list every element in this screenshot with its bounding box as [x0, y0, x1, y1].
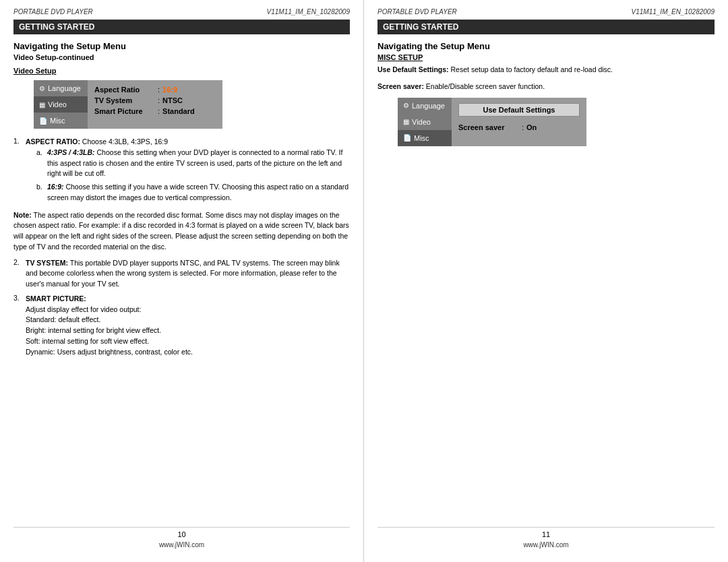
sub-b-text: Choose this setting if you have a wide s… — [47, 183, 348, 201]
sub-a-letter: a. — [36, 148, 47, 179]
menu-item-video-label-10: Video — [48, 100, 67, 108]
getting-started-bar-11: GETTING STARTED — [377, 20, 715, 34]
item-1-text: Choose 4:3LB, 4:3PS, 16:9 — [82, 137, 168, 146]
pages-container: PORTABLE DVD PLAYER V11M11_IM_EN_1028200… — [0, 0, 728, 562]
menu-panel-row-smart: Smart Picture : Standard — [94, 107, 216, 115]
divider-10 — [13, 527, 350, 528]
item-3-sub1: Adjust display effect for video output: — [26, 305, 350, 315]
item-2-num: 2. — [13, 258, 26, 290]
tv-system-sep: : — [158, 96, 160, 104]
getting-started-bar-10: GETTING STARTED — [13, 20, 350, 34]
screen-saver-menu-label: Screen saver — [458, 123, 519, 131]
menu-item-video-10[interactable]: ▦ Video — [34, 96, 88, 113]
menu-item-language-11[interactable]: ⚙ Language — [398, 98, 452, 114]
menu-item-video-label-11: Video — [412, 118, 431, 126]
item-1-bold: ASPECT RATIO: — [26, 137, 80, 146]
page-11-header-right: V11M11_IM_EN_10282009 — [632, 8, 715, 15]
page-11-website: www.jWIN.com — [523, 541, 568, 549]
video-icon-11: ▦ — [403, 118, 409, 125]
numbered-item-1: 1. ASPECT RATIO: Choose 4:3LB, 4:3PS, 16… — [13, 137, 350, 206]
page-10-header: PORTABLE DVD PLAYER V11M11_IM_EN_1028200… — [13, 8, 350, 15]
page-11: PORTABLE DVD PLAYER V11M11_IM_EN_1028200… — [364, 0, 728, 562]
aspect-ratio-label: Aspect Ratio — [94, 86, 155, 94]
item-2-text: This portable DVD player supports NTSC, … — [26, 259, 340, 288]
page-10-header-right: V11M11_IM_EN_10282009 — [267, 8, 350, 15]
item-3-num: 3. — [13, 294, 26, 358]
menu-sidebar-10: ⚙ Language ▦ Video 📄 Misc — [34, 80, 88, 129]
menu-item-misc-11[interactable]: 📄 Misc — [398, 130, 452, 146]
menu-panel-row-tv: TV System : NTSC — [94, 96, 216, 104]
section-subtitle-10: Video Setup-continued — [13, 53, 350, 61]
screen-saver-bold: Screen saver: — [377, 82, 424, 90]
section-title-11: Navigating the Setup Menu — [377, 41, 715, 51]
menu-panel-10: Aspect Ratio : 16:9 TV System : NTSC Sma… — [88, 80, 222, 129]
menu-item-video-11[interactable]: ▦ Video — [398, 114, 452, 130]
menu-item-misc-label-11: Misc — [414, 134, 429, 142]
screen-saver-menu-value: On — [526, 123, 537, 131]
aspect-ratio-sep: : — [158, 86, 160, 94]
numbered-item-2: 2. TV SYSTEM: This portable DVD player s… — [13, 258, 350, 290]
video-icon-10: ▦ — [39, 101, 45, 108]
menu-item-misc-10[interactable]: 📄 Misc — [34, 113, 88, 129]
sub-item-a: a. 4:3PS / 4:3LB: Choose this setting wh… — [36, 148, 350, 179]
menu-item-language-label-11: Language — [412, 102, 445, 110]
tv-system-label: TV System — [94, 96, 155, 104]
aspect-ratio-value: 16:9 — [162, 86, 177, 94]
note-bold: Note: — [13, 211, 32, 219]
sub-b-content: 16:9: Choose this setting if you have a … — [47, 182, 350, 204]
sub-b-bold: 16:9: — [47, 183, 64, 191]
page-11-number: 11 — [542, 530, 550, 538]
item-3-bold: SMART PICTURE: — [26, 294, 86, 303]
page-11-footer: 11 www.jWIN.com — [377, 522, 715, 549]
sub-a-bold: 4:3PS / 4:3LB: — [47, 148, 95, 156]
menu-sidebar-11: ⚙ Language ▦ Video 📄 Misc — [398, 98, 452, 146]
item-3-sub4: Soft: internal setting for soft view eff… — [26, 336, 350, 347]
use-default-btn[interactable]: Use Default Settings — [458, 103, 580, 117]
item-3-sub2: Standard: default effect. — [26, 315, 350, 325]
use-default-text: Reset setup data to factory default and … — [451, 65, 613, 73]
screen-saver-text: Enable/Disable screen saver function. — [426, 82, 545, 90]
page-11-header-left: PORTABLE DVD PLAYER — [377, 8, 457, 15]
page-10: PORTABLE DVD PLAYER V11M11_IM_EN_1028200… — [0, 0, 364, 562]
page-10-header-left: PORTABLE DVD PLAYER — [13, 8, 93, 15]
smart-picture-label: Smart Picture — [94, 107, 155, 115]
menu-container-10: ⚙ Language ▦ Video 📄 Misc Aspect Ratio :… — [34, 80, 350, 129]
sub-a-content: 4:3PS / 4:3LB: Choose this setting when … — [47, 148, 350, 179]
page-10-footer: 10 www.jWIN.com — [13, 522, 350, 549]
misc-desc-use-default: Use Default Settings: Reset setup data t… — [377, 64, 715, 75]
item-2-bold: TV SYSTEM: — [26, 259, 68, 267]
misc-icon-10: 📄 — [39, 117, 47, 125]
sub-b-letter: b. — [36, 182, 47, 204]
language-icon-11: ⚙ — [403, 102, 409, 109]
menu-panel-row-aspect: Aspect Ratio : 16:9 — [94, 86, 216, 94]
page-10-website: www.jWIN.com — [159, 541, 204, 549]
language-icon-10: ⚙ — [39, 85, 45, 92]
page-10-number: 10 — [177, 530, 185, 538]
menu-container-11: ⚙ Language ▦ Video 📄 Misc Use Default Se… — [398, 98, 715, 146]
smart-picture-value: Standard — [162, 107, 195, 115]
item-1-content: ASPECT RATIO: Choose 4:3LB, 4:3PS, 16:9 … — [26, 137, 350, 206]
item-3-sub5: Dynamic: Users adjust brightness, contra… — [26, 347, 350, 358]
screen-saver-row: Screen saver : On — [458, 123, 580, 131]
tv-system-value: NTSC — [162, 96, 183, 104]
menu-item-misc-label-10: Misc — [50, 117, 65, 125]
page-11-header: PORTABLE DVD PLAYER V11M11_IM_EN_1028200… — [377, 8, 715, 15]
use-default-bold: Use Default Settings: — [377, 65, 449, 73]
smart-picture-sep: : — [158, 107, 160, 115]
divider-11 — [377, 527, 715, 528]
numbered-item-3: 3. SMART PICTURE: Adjust display effect … — [13, 294, 350, 358]
note-content: The aspect ratio depends on the recorded… — [13, 211, 349, 251]
item-2-content: TV SYSTEM: This portable DVD player supp… — [26, 258, 350, 290]
item-1-num: 1. — [13, 137, 26, 206]
item-3-sub3: Bright: internal setting for bright view… — [26, 325, 350, 336]
video-setup-label: Video Setup — [13, 67, 350, 75]
menu-item-language-10[interactable]: ⚙ Language — [34, 80, 88, 96]
misc-icon-11: 📄 — [403, 134, 411, 142]
misc-desc-screen-saver: Screen saver: Enable/Disable screen save… — [377, 81, 715, 92]
section-title-10: Navigating the Setup Menu — [13, 41, 350, 51]
menu-item-language-label-10: Language — [48, 84, 81, 92]
screen-saver-menu-sep: : — [522, 123, 524, 131]
misc-setup-label: MISC SETUP — [377, 53, 715, 61]
sub-item-b: b. 16:9: Choose this setting if you have… — [36, 182, 350, 204]
item-3-content: SMART PICTURE: Adjust display effect for… — [26, 294, 350, 358]
